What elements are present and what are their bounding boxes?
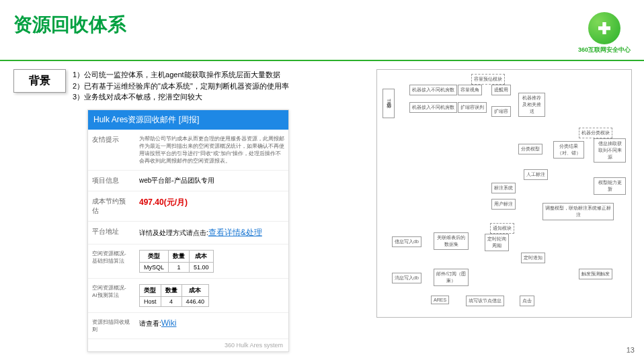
flow-b14: 模型能力更新 xyxy=(594,177,626,195)
flow-b5: 机器接入不同机房数 xyxy=(409,102,457,113)
row-cost-value: 497.40(元/月) xyxy=(135,191,288,221)
flow-b11: 信息抽取获取到不同来源 xyxy=(594,138,626,163)
row-rule-value: 请查看:Wiki xyxy=(135,313,288,339)
email-panel: Hulk Ares资源回收邮件 [周报] 友情提示 为帮助公司节约成本从而更合理… xyxy=(87,109,289,352)
email-footer: 360 Hulk Ares system xyxy=(88,339,288,351)
flow-sec3-title: 通知模块 xyxy=(490,223,514,234)
flow-b4: 提醒用 xyxy=(491,85,511,95)
flow-b25: 点击 xyxy=(520,296,534,306)
brand-logo: 360互联网安全中心 xyxy=(578,12,631,54)
rule-prefix: 请查看: xyxy=(139,320,161,327)
flow-b18: 关联维表后的数据集 xyxy=(434,232,469,250)
flow-b8: 扩缩容 xyxy=(491,106,511,117)
bg-line-3: 3）业务线对成本不敏感，挖潜空间较大 xyxy=(73,91,289,103)
email-title: Hulk Ares资源回收邮件 [周报] xyxy=(88,110,288,130)
flow-b2: 机器接入不同机房数 xyxy=(409,85,457,95)
row-idle2-label: 空闲资源概况-AI预测算法 xyxy=(88,279,135,312)
flow-b23: ARES xyxy=(431,296,449,304)
idle-table-2: 类型数量成本 Host4446.40 xyxy=(139,284,209,307)
row-proj-label: 项目信息 xyxy=(88,171,135,191)
flow-b12: 人工标注 xyxy=(524,169,548,180)
background-text: 1）公司统一监控体系，主机agent能获取操作系统层面大量数据 2）已有基于运维… xyxy=(73,69,289,103)
row-rule-label: 资源扫描回收规则 xyxy=(88,313,135,339)
row-proj-value: web平台部-产品团队专用 xyxy=(135,171,288,191)
flow-b21: 消息写入db xyxy=(392,273,421,283)
flow-b17: 信息写入db xyxy=(392,236,421,247)
row-platform-label: 平台地址 xyxy=(88,222,135,244)
flow-diagram: 容量预估模块 启动TRR 机器接入不同机房数 容量视角 提醒用 机器接入不同机房… xyxy=(376,69,632,318)
flow-b20: 定时道知 xyxy=(521,253,545,263)
flow-b16: 调整模型，联动标注系统修正标注 xyxy=(542,203,614,220)
flow-b15: 用户标注 xyxy=(491,199,516,210)
flow-sec1-title: 容量预估模块 xyxy=(471,74,505,85)
flow-b9: 分类模型 xyxy=(518,144,542,154)
shield-icon xyxy=(588,12,620,44)
brand-text: 360互联网安全中心 xyxy=(578,46,631,54)
flow-b19: 定时轮询周期 xyxy=(485,234,509,251)
flow-b1: 启动TRR xyxy=(383,89,395,118)
row-tip-label: 友情提示 xyxy=(88,130,135,170)
flow-b26: 触发预测触发 xyxy=(579,269,612,279)
flow-b13: 标注系统 xyxy=(491,183,516,193)
divider xyxy=(0,60,644,61)
idle-table-1: 类型数量成本 MySQL151.00 xyxy=(139,250,214,273)
flow-sec2-title: 机器分类模块 xyxy=(579,128,612,138)
platform-prefix: 详情及处理方式请点击: xyxy=(139,229,208,236)
row-idle1-label: 空闲资源概况-基础扫描算法 xyxy=(88,244,135,278)
flow-b3: 容量视角 xyxy=(458,85,482,95)
flow-b7: 机器推荐及相关推送 xyxy=(518,93,545,117)
row-cost-label: 成本节约预估 xyxy=(88,191,135,221)
row-tip-value: 为帮助公司节约成本从而更合理的使用服务器资源，此周报邮件为最近一周扫描出来的空闲… xyxy=(135,130,288,170)
page-title: 资源回收体系 xyxy=(13,12,126,38)
wiki-link[interactable]: Wiki xyxy=(161,318,177,328)
detail-link[interactable]: 查看详情&处理 xyxy=(208,228,262,237)
flow-b24: 填写该节点信息 xyxy=(466,296,504,306)
flow-b10: 分类结果（对、错） xyxy=(553,141,584,159)
flow-b22: 邮件/订阅（图案） xyxy=(434,269,469,286)
page-number: 13 xyxy=(627,346,635,354)
background-label: 背景 xyxy=(13,69,66,93)
flow-b6: 扩缩容误判 xyxy=(458,102,487,113)
row-platform-value: 详情及处理方式请点击:查看详情&处理 xyxy=(135,222,288,244)
bg-line-2: 2）已有基于运维经验库的"成本系统"，定期判断机器资源的使用率 xyxy=(73,81,289,92)
bg-line-1: 1）公司统一监控体系，主机agent能获取操作系统层面大量数据 xyxy=(73,69,289,81)
